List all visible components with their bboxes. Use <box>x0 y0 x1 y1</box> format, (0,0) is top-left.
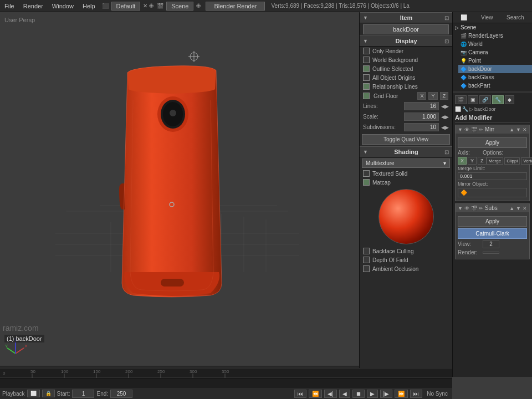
constraint-icon[interactable]: 🔗 <box>479 95 491 104</box>
playback-lock[interactable]: 🔒 <box>42 390 55 397</box>
outliner-point[interactable]: 💡 Point <box>458 57 532 65</box>
grid-floor-checkbox[interactable] <box>363 93 370 99</box>
outliner-camera[interactable]: 📷 Camera <box>458 48 532 57</box>
outliner-backpart[interactable]: 🔷 backPart <box>458 81 532 90</box>
nosync-label[interactable]: No Sync <box>427 391 448 397</box>
bc-icon1[interactable]: ⬜ <box>455 106 461 112</box>
subdiv-edit-icon[interactable]: ✏ <box>479 206 483 211</box>
subdiv-vis-icon[interactable]: 👁 <box>464 206 469 211</box>
depth-of-field-checkbox[interactable] <box>363 257 370 263</box>
scene-selector[interactable]: Scene <box>166 2 193 11</box>
display-section-header[interactable]: ▼ Display ⊡ <box>360 35 452 47</box>
modifier-icon[interactable]: 🔧 <box>492 95 504 104</box>
axis-y-checkbox[interactable]: Y <box>468 157 477 165</box>
subdiv-arrows[interactable]: ◀▶ <box>441 125 449 130</box>
outline-selected-checkbox[interactable] <box>363 65 370 72</box>
mirror-down[interactable]: ▼ <box>516 127 521 132</box>
search-label[interactable]: Search <box>505 14 526 21</box>
apply-mirror-btn[interactable]: Apply <box>458 137 527 148</box>
skip-start[interactable]: ⏮ <box>294 390 306 398</box>
lines-value[interactable]: 16 <box>404 102 439 110</box>
menu-render[interactable]: Render <box>19 2 48 11</box>
menu-help[interactable]: Help <box>78 2 100 11</box>
view-subdiv-value[interactable]: 2 <box>483 240 499 248</box>
only-render-checkbox[interactable] <box>363 48 370 54</box>
y-btn[interactable]: Y <box>428 92 437 100</box>
skip-end[interactable]: ⏭ <box>410 390 422 398</box>
scale-arrows[interactable]: ◀▶ <box>441 114 449 120</box>
z-btn[interactable]: Z <box>440 92 449 100</box>
mirror-render-icon[interactable]: 🎬 <box>471 127 477 132</box>
item-options[interactable]: ⊡ <box>444 15 449 21</box>
backface-culling-checkbox[interactable] <box>363 248 370 254</box>
data-icon[interactable]: ◆ <box>505 95 514 104</box>
merge-checkbox[interactable]: Merge <box>487 157 504 165</box>
clipping-checkbox[interactable]: Clippi <box>504 157 520 165</box>
axis-x-checkbox[interactable]: X <box>458 157 467 165</box>
merge-limit-value[interactable]: 0.001 <box>458 172 527 180</box>
render-subdiv-value[interactable] <box>483 252 499 254</box>
outliner-scene[interactable]: ▷ Scene <box>453 23 532 32</box>
matcap-checkbox[interactable] <box>363 179 370 186</box>
lines-arrows[interactable]: ◀▶ <box>441 104 449 109</box>
ambient-occlusion-checkbox[interactable] <box>363 265 370 272</box>
outliner-icon-1[interactable]: ⬜ <box>459 14 469 21</box>
all-origins-checkbox[interactable] <box>363 74 370 81</box>
workspace-selector[interactable]: Default <box>111 2 141 11</box>
outliner-backdoor[interactable]: 🔷 backDoor <box>458 65 532 73</box>
next-frame[interactable]: ⏩ <box>395 390 408 398</box>
mirror-expand[interactable]: ▼ <box>458 127 463 132</box>
playback-icon[interactable]: ⬜ <box>27 390 40 397</box>
relationship-lines-checkbox[interactable] <box>363 83 370 90</box>
view-label[interactable]: View <box>479 14 495 21</box>
multitexture-dropdown[interactable]: Multitexture ▾ <box>362 158 450 168</box>
stop[interactable]: ⏹ <box>352 390 365 398</box>
mirror-up[interactable]: ▲ <box>509 127 514 132</box>
item-name-field[interactable]: backDoor <box>363 24 449 34</box>
bc-icon2[interactable]: 🔧 <box>462 106 468 112</box>
vertex-checkbox[interactable]: Verte <box>521 157 532 165</box>
outliner-world[interactable]: 🌐 World <box>458 40 532 48</box>
menu-window[interactable]: Window <box>48 2 78 11</box>
mirror-x[interactable]: ✕ <box>523 127 527 132</box>
shading-section-header[interactable]: ▼ Shading ⊡ <box>360 146 452 157</box>
world-background-checkbox[interactable] <box>363 57 370 63</box>
subdiv-x[interactable]: ✕ <box>523 206 527 211</box>
end-frame[interactable] <box>110 390 132 398</box>
catmull-clark-btn[interactable]: Catmull-Clark <box>458 228 527 239</box>
subdiv-expand[interactable]: ▼ <box>458 206 463 211</box>
viewport[interactable]: User Persp <box>0 12 359 377</box>
toggle-quad-btn[interactable]: Toggle Quad View <box>362 134 450 145</box>
next-keyframe[interactable]: |▶ <box>380 390 393 398</box>
mirror-edit-icon[interactable]: ✏ <box>479 127 483 132</box>
matcap-preview-container[interactable] <box>360 187 452 247</box>
subdiv-up[interactable]: ▲ <box>509 206 514 211</box>
bc-icon3[interactable]: ▷ <box>469 106 473 112</box>
matcap-sphere[interactable] <box>378 189 434 244</box>
prev-frame[interactable]: ⏪ <box>309 390 322 398</box>
play-back[interactable]: ◀ <box>339 390 350 398</box>
subdiv-render-icon[interactable]: 🎬 <box>471 206 477 211</box>
render-icon[interactable]: 🎬 <box>455 95 467 104</box>
play-forward[interactable]: ▶ <box>367 390 378 398</box>
display-options[interactable]: ⊡ <box>444 38 449 44</box>
renderer-selector[interactable]: Blender Render <box>206 2 265 11</box>
mirror-object-field[interactable]: 🔶 <box>458 188 527 197</box>
subdiv-value[interactable]: 10 <box>404 123 439 131</box>
shading-options[interactable]: ⊡ <box>444 149 449 155</box>
prev-keyframe[interactable]: ◀| <box>324 390 337 398</box>
apply-subdiv-btn[interactable]: Apply <box>458 216 527 227</box>
object-icon[interactable]: ▣ <box>468 95 478 104</box>
mirror-vis-icon[interactable]: 👁 <box>464 127 469 132</box>
x-btn[interactable]: X <box>417 92 426 100</box>
start-frame[interactable] <box>72 390 94 398</box>
textured-solid-checkbox[interactable] <box>363 170 370 177</box>
menu-file[interactable]: File <box>0 2 19 11</box>
outliner-backglass[interactable]: 🔷 backGlass <box>458 73 532 81</box>
svg-text:50: 50 <box>30 369 35 374</box>
scale-value[interactable]: 1.000 <box>404 112 439 121</box>
axis-z-checkbox[interactable]: Z <box>478 157 487 165</box>
item-section-header[interactable]: ▼ Item ⊡ <box>360 12 452 23</box>
outliner-renderlayers[interactable]: 🎬 RenderLayers <box>458 32 532 40</box>
subdiv-down[interactable]: ▼ <box>516 206 521 211</box>
